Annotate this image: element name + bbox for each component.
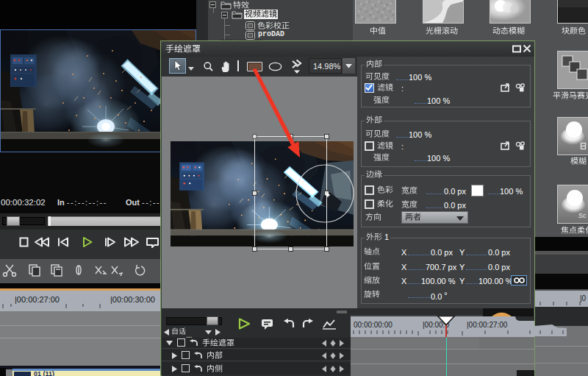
svg-text:Sc: Sc [578,212,587,219]
